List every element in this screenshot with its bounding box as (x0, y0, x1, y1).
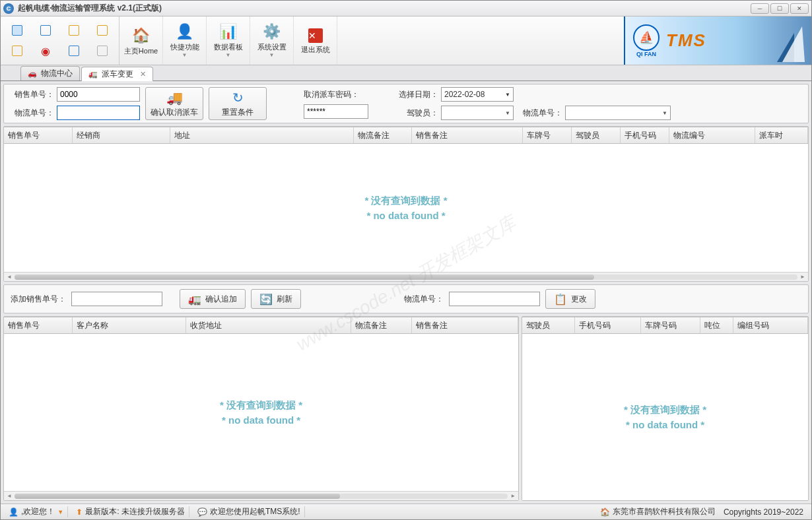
no-data-message: * 没有查询到数据 * * no data found * (220, 398, 302, 428)
small-btn-4[interactable] (89, 20, 116, 40)
home-icon: 🏠 (132, 27, 150, 44)
col-group-id[interactable]: 编组号码 (733, 317, 808, 333)
sail-decoration (782, 26, 805, 62)
sales-no-input[interactable] (57, 87, 140, 102)
truck-add-icon: 🚛 (188, 293, 201, 306)
board-button[interactable]: 📊 数据看板 ▼ (207, 16, 250, 65)
chevron-down-icon: ▼ (182, 52, 187, 58)
status-company: 🏠 东莞市喜鹊软件科技有限公司 (596, 506, 720, 517)
minimize-button[interactable]: ─ (751, 3, 769, 14)
small-btn-3[interactable] (61, 20, 88, 40)
settings-button[interactable]: ⚙️ 系统设置 ▼ (250, 16, 294, 65)
col-dispatch-time[interactable]: 派车时 (755, 127, 808, 143)
mid-logistics-label: 物流单号： (404, 294, 444, 305)
col-log-remark[interactable]: 物流备注 (351, 317, 412, 333)
user-icon: 👤 (9, 507, 18, 517)
grid-top-body[interactable]: * 没有查询到数据 * * no data found * (4, 144, 808, 272)
small-btn-8[interactable] (89, 42, 116, 61)
chart-icon: 📊 (219, 23, 237, 40)
grid-top: 销售单号 经销商 地址 物流备注 销售备注 车牌号 驾驶员 手机号码 物流编号 … (3, 126, 809, 282)
col-logistics-remark[interactable]: 物流备注 (354, 127, 412, 143)
document-tabs: 🚗 物流中心 🚛 派车变更 ✕ (1, 65, 811, 81)
truck-icon: 🚛 (88, 70, 98, 79)
logistics2-combo[interactable]: ▼ (565, 106, 671, 120)
col-sales-remark[interactable]: 销售备注 (412, 127, 523, 143)
cancel-pwd-input[interactable] (304, 104, 368, 119)
confirm-append-button[interactable]: 🚛 确认追加 (180, 289, 246, 309)
small-btn-5[interactable] (3, 42, 30, 61)
mid-action-bar: 添加销售单号： 🚛 确认追加 🔄 刷新 物流单号： 📋 更改 (3, 284, 809, 313)
reset-button[interactable]: ↻ 重置条件 (209, 87, 267, 120)
grid-bl-hscroll[interactable]: ◄► (4, 491, 518, 500)
logistics-no-input[interactable] (57, 106, 140, 120)
tab-logistics-center[interactable]: 🚗 物流中心 (20, 66, 80, 81)
grid-bottom-right: 驾驶员 手机号码 车牌号码 吨位 编组号码 * 没有查询到数据 * * no d… (522, 316, 809, 501)
col-sales-no[interactable]: 销售单号 (4, 317, 73, 333)
user-desk-icon: 👤 (176, 23, 193, 40)
confirm-cancel-dispatch-button[interactable]: 🚚 确认取消派车 (145, 87, 203, 120)
sales-no-label: 销售单号： (11, 89, 54, 100)
home-icon: 🏠 (600, 507, 610, 517)
grid-bl-body[interactable]: * 没有查询到数据 * * no data found * (4, 334, 518, 491)
col-ship-addr[interactable]: 收货地址 (186, 317, 351, 333)
chevron-down-icon[interactable]: ▼ (57, 509, 63, 515)
small-btn-2[interactable] (32, 20, 59, 40)
edit-icon: 📋 (554, 293, 567, 306)
ribbon-small-buttons: ◉ (1, 16, 119, 65)
status-version: ⬆ 最新版本: 未连接升级服务器 (72, 506, 189, 517)
gear-icon: ⚙️ (263, 23, 281, 40)
cancel-pwd-label: 取消派车密码： (304, 89, 359, 100)
col-tonnage[interactable]: 吨位 (700, 317, 733, 333)
car-icon: 🚗 (28, 69, 37, 78)
status-copyright: Copyrights 2019~2022 (724, 507, 807, 517)
tab-close-icon[interactable]: ✕ (140, 70, 146, 79)
add-sales-input[interactable] (71, 292, 162, 306)
titlebar: C 起帆电缆·物流运输管理系统 v2.1(正式版) ─ ☐ ✕ (1, 1, 811, 16)
col-customer[interactable]: 客户名称 (73, 317, 186, 333)
maximize-button[interactable]: ☐ (770, 3, 789, 14)
no-data-message: * 没有查询到数据 * * no data found * (364, 193, 447, 223)
filter-bar: 销售单号： 物流单号： 🚚 确认取消派车 ↻ 重置条件 取消派车密码： (3, 84, 809, 123)
bottom-split: 销售单号 客户名称 收货地址 物流备注 销售备注 * 没有查询到数据 * * n… (3, 316, 809, 501)
col-dealer[interactable]: 经销商 (73, 127, 170, 143)
brand-tms: TMS (666, 30, 706, 51)
grid-top-header: 销售单号 经销商 地址 物流备注 销售备注 车牌号 驾驶员 手机号码 物流编号 … (4, 127, 808, 144)
col-sale-remark[interactable]: 销售备注 (412, 317, 518, 333)
col-driver[interactable]: 驾驶员 (522, 317, 575, 333)
col-driver[interactable]: 驾驶员 (572, 127, 621, 143)
driver-combo[interactable]: ▼ (441, 106, 514, 120)
exit-button[interactable]: ✕ 退出系统 (294, 16, 337, 65)
small-btn-7[interactable] (61, 42, 88, 61)
driver-label: 驾驶员： (395, 108, 438, 119)
modify-button[interactable]: 📋 更改 (545, 289, 595, 309)
add-sales-label: 添加销售单号： (11, 294, 66, 305)
col-phone[interactable]: 手机号码 (621, 127, 669, 143)
home-button[interactable]: 🏠 主页Home (119, 16, 163, 65)
col-address[interactable]: 地址 (170, 127, 354, 143)
tab-dispatch-change[interactable]: 🚛 派车变更 ✕ (81, 67, 153, 81)
col-sales-no[interactable]: 销售单号 (4, 127, 73, 143)
grid-bottom-left: 销售单号 客户名称 收货地址 物流备注 销售备注 * 没有查询到数据 * * n… (3, 316, 519, 501)
grid-br-body[interactable]: * 没有查询到数据 * * no data found * (522, 334, 808, 500)
col-plate[interactable]: 车牌号 (523, 127, 572, 143)
app-window: C 起帆电缆·物流运输管理系统 v2.1(正式版) ─ ☐ ✕ ◉ 🏠 主页Ho… (0, 0, 812, 520)
date-picker[interactable]: 2022-02-08 ▼ (441, 87, 514, 102)
grid-br-header: 驾驶员 手机号码 车牌号码 吨位 编组号码 (522, 317, 808, 334)
close-button[interactable]: ✕ (790, 3, 809, 14)
col-phone[interactable]: 手机号码 (575, 317, 641, 333)
col-plate[interactable]: 车牌号码 (641, 317, 700, 333)
quick-button[interactable]: 👤 快捷功能 ▼ (163, 16, 207, 65)
small-btn-1[interactable] (3, 20, 30, 40)
refresh-button[interactable]: 🔄 刷新 (251, 289, 301, 309)
message-icon: 💬 (197, 507, 207, 517)
mid-logistics-input[interactable] (449, 292, 540, 306)
main-content: www.cscode.net 开发框架文库 销售单号： 物流单号： 🚚 确认取消… (1, 81, 811, 504)
logistics2-label: 物流单号： (519, 108, 562, 119)
window-title: 起帆电缆·物流运输管理系统 v2.1(正式版) (18, 3, 751, 14)
grid-top-hscroll[interactable]: ◄► (4, 272, 808, 281)
small-btn-6[interactable]: ◉ (32, 42, 59, 61)
window-controls: ─ ☐ ✕ (751, 3, 809, 14)
chevron-down-icon: ▼ (269, 52, 275, 58)
col-logistics-id[interactable]: 物流编号 (669, 127, 755, 143)
truck-cancel-icon: 🚚 (166, 90, 183, 106)
